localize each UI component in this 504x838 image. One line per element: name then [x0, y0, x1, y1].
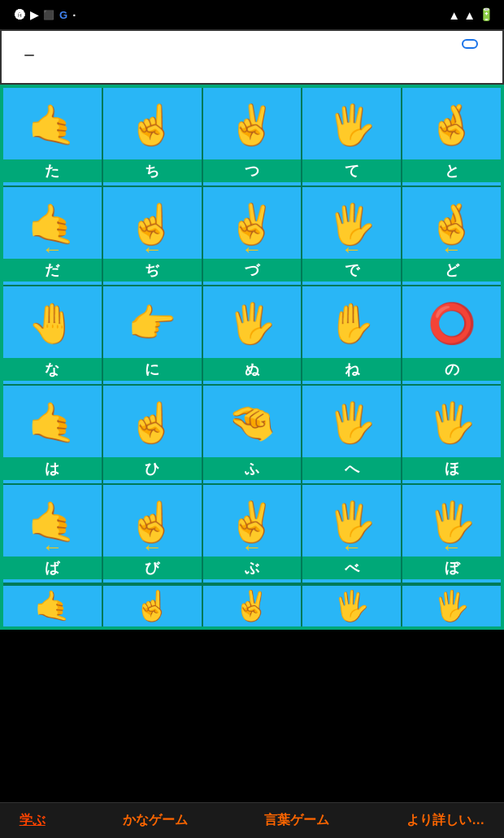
grid-cell-て[interactable]: 🖐て — [302, 88, 402, 185]
ad-test-label — [24, 55, 34, 56]
partial-cell-3: 🖐 — [302, 586, 402, 626]
grid-cell-ほ[interactable]: 🖐ほ — [402, 386, 501, 483]
kana-label-ぢ: ぢ — [103, 259, 202, 282]
kana-label-ぶ: ぶ — [203, 556, 302, 579]
dot-icon: · — [72, 8, 76, 22]
hand-sign-づ: ✌ — [208, 192, 297, 257]
kana-label-へ: へ — [302, 457, 401, 480]
grid-cell-ぬ[interactable]: 🖐ぬ — [203, 286, 303, 384]
kana-label-な: な — [3, 358, 102, 381]
bottom-navigation: 学ぶかなゲーム言葉ゲームより詳しい… — [0, 802, 504, 838]
nav-item-3[interactable]: より詳しい… — [406, 812, 484, 829]
signal-icon: ▲ — [463, 8, 476, 22]
screen-icon: ⬛ — [43, 10, 54, 20]
kana-label-は: は — [3, 457, 102, 480]
hand-sign-て: 🖐 — [307, 93, 396, 158]
grid-cell-と[interactable]: 🤞と — [402, 88, 501, 185]
hand-sign-と: 🤞 — [407, 93, 496, 158]
hand-sign-た: 🤙 — [8, 93, 97, 158]
kana-label-で: で — [302, 259, 401, 282]
kana-label-づ: づ — [203, 259, 302, 282]
hand-sign-ね: ✋ — [307, 291, 396, 356]
sign-grid: 🤙た☝ち✌つ🖐て🤞と🤙←だ☝←ぢ✌←づ🖐←で🤞←ど🤚な👉に🖐ぬ✋ね⭕の🤙は☝ひ🤏… — [0, 85, 504, 630]
grid-cell-ぼ[interactable]: 🖐←ぼ — [402, 485, 501, 583]
grid-cell-つ[interactable]: ✌つ — [203, 88, 303, 185]
partial-cell-0: 🤙 — [3, 586, 103, 626]
grid-cell-づ[interactable]: ✌←づ — [203, 187, 303, 285]
grid-cell-ぢ[interactable]: ☝←ぢ — [103, 187, 203, 285]
partial-grid-row: 🤙☝✌🖐🖐 — [3, 584, 501, 626]
kana-label-ど: ど — [402, 259, 501, 282]
hand-sign-ぢ: ☝ — [108, 192, 197, 257]
grid-row-3[interactable]: 🤙は☝ひ🤏ふ🖐へ🖐ほ — [3, 386, 501, 485]
hand-sign-は: 🤙 — [8, 391, 97, 456]
hand-sign-ど: 🤞 — [407, 192, 496, 257]
grid-cell-び[interactable]: ☝←び — [103, 485, 203, 583]
grid-cell-た[interactable]: 🤙た — [3, 88, 103, 185]
grid-cell-ぶ[interactable]: ✌←ぶ — [203, 485, 303, 583]
kana-label-ぼ: ぼ — [402, 556, 501, 579]
kana-label-ば: ば — [3, 556, 102, 579]
hand-sign-べ: 🖐 — [307, 490, 396, 555]
kana-label-ひ: ひ — [103, 457, 202, 480]
kana-label-に: に — [103, 358, 202, 381]
grid-cell-は[interactable]: 🤙は — [3, 386, 103, 483]
grid-cell-ね[interactable]: ✋ね — [302, 286, 402, 384]
nav-item-1[interactable]: かなゲーム — [123, 812, 188, 829]
grid-cell-ふ[interactable]: 🤏ふ — [203, 386, 303, 483]
grid-cell-に[interactable]: 👉に — [103, 286, 203, 384]
grid-cell-へ[interactable]: 🖐へ — [302, 386, 402, 483]
grid-cell-ひ[interactable]: ☝ひ — [103, 386, 203, 483]
hand-sign-で: 🖐 — [307, 192, 396, 257]
hand-sign-び: ☝ — [108, 490, 197, 555]
hand-sign-の: ⭕ — [407, 291, 496, 356]
battery-icon: 🔋 — [479, 7, 494, 22]
kana-label-て: て — [302, 159, 401, 182]
hand-sign-ほ: 🖐 — [407, 391, 496, 456]
grid-row-4[interactable]: 🤙←ば☝←び✌←ぶ🖐←べ🖐←ぼ — [3, 485, 501, 584]
hand-sign-つ: ✌ — [208, 93, 297, 158]
kana-label-の: の — [402, 358, 501, 381]
kana-label-ね: ね — [302, 358, 401, 381]
partial-cell-1: ☝ — [103, 586, 203, 626]
grid-cell-べ[interactable]: 🖐←べ — [302, 485, 402, 583]
grid-row-2[interactable]: 🤚な👉に🖐ぬ✋ね⭕の — [3, 286, 501, 386]
kana-label-だ: だ — [3, 259, 102, 282]
nav-item-2[interactable]: 言葉ゲーム — [264, 812, 329, 829]
grid-cell-で[interactable]: 🖐←で — [302, 187, 402, 285]
hand-sign-に: 👉 — [108, 291, 197, 356]
grid-cell-だ[interactable]: 🤙←だ — [3, 187, 103, 285]
kana-label-ぬ: ぬ — [203, 358, 302, 381]
hand-sign-だ: 🤙 — [8, 192, 97, 257]
hand-sign-へ: 🖐 — [307, 391, 396, 456]
grid-row-1[interactable]: 🤙←だ☝←ぢ✌←づ🖐←で🤞←ど — [3, 187, 501, 286]
hand-sign-ぬ: 🖐 — [208, 291, 297, 356]
hand-sign-ち: ☝ — [108, 93, 197, 158]
kana-label-び: び — [103, 556, 202, 579]
grid-row-0[interactable]: 🤙た☝ち✌つ🖐て🤞と — [3, 88, 501, 187]
kana-label-ち: ち — [103, 159, 202, 182]
partial-cell-2: ✌ — [203, 586, 303, 626]
google-icon: G — [59, 9, 67, 21]
partial-cell-4: 🖐 — [402, 586, 501, 626]
hand-sign-な: 🤚 — [8, 291, 97, 356]
hand-sign-ひ: ☝ — [108, 391, 197, 456]
grid-cell-ち[interactable]: ☝ち — [103, 88, 203, 185]
hand-sign-ふ: 🤏 — [208, 391, 297, 456]
hand-sign-ば: 🤙 — [8, 490, 97, 555]
avast-icon: 🅐 — [15, 9, 25, 21]
kana-label-と: と — [402, 159, 501, 182]
ad-cta-button[interactable] — [462, 39, 478, 49]
kana-label-た: た — [3, 159, 102, 182]
hand-sign-ぼ: 🖐 — [407, 490, 496, 555]
youtube-icon: ▶ — [30, 9, 38, 21]
grid-cell-な[interactable]: 🤚な — [3, 286, 103, 384]
grid-cell-の[interactable]: ⭕の — [402, 286, 501, 384]
kana-label-つ: つ — [203, 159, 302, 182]
grid-cell-ど[interactable]: 🤞←ど — [402, 187, 501, 285]
nav-item-0[interactable]: 学ぶ — [20, 812, 46, 829]
status-bar: 🅐 ▶ ⬛ G · ▲ ▲ 🔋 — [0, 0, 504, 29]
hand-sign-ぶ: ✌ — [208, 490, 297, 555]
kana-label-べ: べ — [302, 556, 401, 579]
grid-cell-ば[interactable]: 🤙←ば — [3, 485, 103, 583]
